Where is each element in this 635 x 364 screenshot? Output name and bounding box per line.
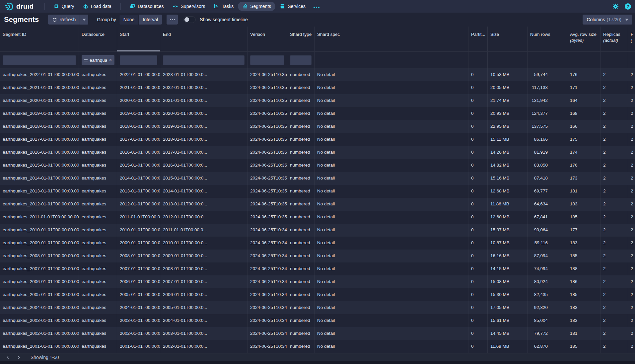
previous-page-button[interactable] — [3, 354, 13, 361]
column-header-replicas[interactable]: Replicas(actual) — [600, 27, 628, 51]
datasource-filter-tag[interactable]: earthquakes ✕ — [82, 55, 114, 65]
cell-datasource: earthquakes — [79, 107, 117, 120]
table-row[interactable]: earthquakes_2017-01-01T00:00:00.00...ear… — [0, 133, 635, 146]
refresh-dropdown-caret[interactable] — [80, 15, 88, 25]
cell-version: 2024-06-25T10:35:1... — [247, 120, 287, 133]
cell-replication_factor: 2 — [628, 262, 635, 275]
segment-timeline-toggle[interactable] — [183, 16, 196, 23]
table-row[interactable]: earthquakes_2001-01-01T00:00:00.00...ear… — [0, 340, 635, 353]
next-page-button[interactable] — [14, 354, 23, 361]
cell-partition: 0 — [468, 172, 488, 185]
columns-picker-button[interactable]: Columns (17/20) — [583, 15, 632, 25]
nav-item-datasources[interactable]: Datasources — [125, 2, 168, 11]
filter-start-input[interactable] — [120, 55, 157, 65]
table-row[interactable]: earthquakes_2016-01-01T00:00:00.00...ear… — [0, 146, 635, 159]
cell-version: 2024-06-25T10:34:4... — [247, 288, 287, 301]
group-by-interval-button[interactable]: Interval — [138, 15, 162, 25]
more-actions-button[interactable] — [167, 15, 178, 25]
cell-shard_type: numbered — [287, 146, 315, 159]
datasource-filter-value: earthquakes — [90, 58, 107, 63]
nav-item-query[interactable]: Query — [49, 2, 79, 11]
cell-replicas: 2 — [600, 159, 628, 172]
filter-segment-id-input[interactable] — [3, 55, 76, 65]
column-header-datasource[interactable]: Datasource — [79, 27, 117, 51]
cell-shard_type: numbered — [287, 262, 315, 275]
help-icon[interactable]: ? — [625, 3, 631, 10]
table-row[interactable]: earthquakes_2002-01-01T00:00:00.00...ear… — [0, 327, 635, 340]
table-row[interactable]: earthquakes_2019-01-01T00:00:00.00...ear… — [0, 107, 635, 120]
cell-avg_row_size: 183 — [567, 237, 600, 250]
cell-segment_id: earthquakes_2006-01-01T00:00:00.00... — [0, 275, 79, 288]
cell-segment_id: earthquakes_2007-01-01T00:00:00.00... — [0, 262, 79, 275]
filter-version-input[interactable] — [250, 55, 284, 65]
druid-logo[interactable]: druid — [5, 2, 34, 11]
cell-start: 2010-01-01T00:00:0... — [117, 224, 160, 237]
column-header-start[interactable]: Start — [117, 27, 160, 51]
table-row[interactable]: earthquakes_2006-01-01T00:00:00.00...ear… — [0, 275, 635, 288]
table-row[interactable]: earthquakes_2011-01-01T00:00:00.00...ear… — [0, 211, 635, 224]
cell-segment_id: earthquakes_2002-01-01T00:00:00.00... — [0, 327, 79, 340]
table-row[interactable]: earthquakes_2018-01-01T00:00:00.00...ear… — [0, 120, 635, 133]
cell-replication_factor: 2 — [628, 172, 635, 185]
nav-item-supervisors[interactable]: Supervisors — [168, 2, 210, 11]
filter-shard-type-input[interactable] — [290, 55, 312, 65]
load-data-icon — [83, 4, 88, 9]
nav-item-label: Load data — [91, 4, 111, 9]
nav-more-button[interactable] — [310, 2, 323, 11]
table-row[interactable]: earthquakes_2021-01-01T00:00:00.00...ear… — [0, 81, 635, 94]
cell-segment_id: earthquakes_2011-01-01T00:00:00.00... — [0, 211, 79, 224]
table-row[interactable]: earthquakes_2014-01-01T00:00:00.00...ear… — [0, 172, 635, 185]
cell-shard_type: numbered — [287, 211, 315, 224]
table-row[interactable]: earthquakes_2012-01-01T00:00:00.00...ear… — [0, 198, 635, 211]
column-header-end[interactable]: End — [160, 27, 247, 51]
column-header-num-rows[interactable]: Num rows — [528, 27, 567, 51]
table-row[interactable]: earthquakes_2022-01-01T00:00:00.00...ear… — [0, 68, 635, 81]
cell-shard_type: numbered — [287, 107, 315, 120]
settings-gear-icon[interactable] — [612, 3, 619, 10]
cell-start: 2017-01-01T00:00:0... — [117, 133, 160, 146]
table-row[interactable]: earthquakes_2013-01-01T00:00:00.00...ear… — [0, 185, 635, 198]
query-icon — [54, 4, 59, 9]
column-header-replication-factor[interactable]: F( — [628, 27, 635, 51]
cell-num_rows: 131,942 — [528, 94, 567, 107]
cell-num_rows: 87,418 — [528, 172, 567, 185]
remove-filter-icon[interactable]: ✕ — [109, 58, 112, 62]
nav-item-segments[interactable]: Segments — [238, 2, 275, 11]
cell-replication_factor: 2 — [628, 211, 635, 224]
cell-avg_row_size: 174 — [567, 146, 600, 159]
table-row[interactable]: earthquakes_2020-01-01T00:00:00.00...ear… — [0, 94, 635, 107]
cell-avg_row_size: 176 — [567, 159, 600, 172]
column-header-version[interactable]: Version — [247, 27, 287, 51]
column-header-segment-id[interactable]: Segment ID — [0, 27, 79, 51]
cell-version: 2024-06-25T10:35:0... — [247, 172, 287, 185]
table-row[interactable]: earthquakes_2008-01-01T00:00:00.00...ear… — [0, 250, 635, 262]
cell-shard_spec: No detail — [315, 68, 468, 81]
table-row[interactable]: earthquakes_2004-01-01T00:00:00.00...ear… — [0, 301, 635, 314]
nav-item-tasks[interactable]: Tasks — [209, 2, 238, 11]
cell-version: 2024-06-25T10:34:5... — [247, 275, 287, 288]
table-row[interactable]: earthquakes_2003-01-01T00:00:00.00...ear… — [0, 314, 635, 327]
nav-item-services[interactable]: Services — [275, 2, 310, 11]
cell-datasource: earthquakes — [79, 68, 117, 81]
table-row[interactable]: earthquakes_2007-01-01T00:00:00.00...ear… — [0, 262, 635, 275]
column-header-size[interactable]: Size — [488, 27, 528, 51]
column-header-avg-row-size[interactable]: Avg. row size(bytes) — [567, 27, 600, 51]
table-row[interactable]: earthquakes_2005-01-01T00:00:00.00...ear… — [0, 288, 635, 301]
table-row[interactable]: earthquakes_2010-01-01T00:00:00.00...ear… — [0, 224, 635, 237]
group-by-none-button[interactable]: None — [119, 15, 138, 25]
table-row[interactable]: earthquakes_2009-01-01T00:00:00.00...ear… — [0, 237, 635, 250]
table-header-row: Segment ID Datasource Start End Version … — [0, 27, 635, 51]
cell-end: 2021-01-01T00:00:0... — [160, 94, 247, 107]
column-header-shard-type[interactable]: Shard type — [287, 27, 315, 51]
nav-item-load-data[interactable]: Load data — [79, 2, 116, 11]
cell-segment_id: earthquakes_2008-01-01T00:00:00.00... — [0, 250, 79, 262]
table-row[interactable]: earthquakes_2015-01-01T00:00:00.00...ear… — [0, 159, 635, 172]
filter-end-input[interactable] — [163, 55, 245, 65]
cell-size: 14.82 MB — [488, 159, 528, 172]
column-header-partition[interactable]: Partit... — [468, 27, 488, 51]
column-header-shard-spec[interactable]: Shard spec — [315, 27, 468, 51]
cell-datasource: earthquakes — [79, 250, 117, 262]
cell-avg_row_size: 185 — [567, 340, 600, 353]
refresh-button[interactable]: Refresh — [48, 15, 80, 25]
cell-version: 2024-06-25T10:35:1... — [247, 133, 287, 146]
